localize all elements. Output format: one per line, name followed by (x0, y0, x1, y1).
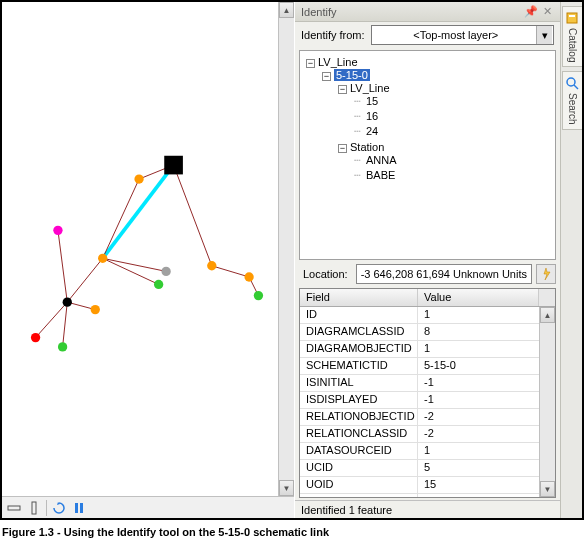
collapse-icon[interactable]: − (338, 85, 347, 94)
table-row[interactable]: UCID5 (300, 460, 539, 477)
schematic-node[interactable] (207, 261, 216, 270)
schematic-link[interactable] (174, 165, 212, 266)
search-icon (565, 76, 579, 90)
chevron-down-icon[interactable]: ▾ (536, 26, 552, 44)
cell-value: -1 (418, 392, 539, 408)
schematic-node[interactable] (154, 280, 163, 289)
scroll-up-button[interactable]: ▲ (540, 307, 555, 323)
refresh-button[interactable] (51, 500, 67, 516)
table-row[interactable]: DATASOURCEID1 (300, 443, 539, 460)
identify-from-row: Identify from: <Top-most layer> ▾ (295, 22, 560, 48)
tree-leaf[interactable]: ┄15 (354, 94, 551, 109)
tree-node-selected[interactable]: −5-15-0 −LV_Line ┄15┄16┄24 −Station ┄ANN… (322, 68, 551, 185)
schematic-node[interactable] (254, 291, 263, 300)
cell-value: -1 (418, 375, 539, 391)
grid-header: Field Value (300, 289, 555, 307)
flash-feature-button[interactable] (536, 264, 556, 284)
map-pane: ▲ ▼ (2, 2, 294, 518)
tab-catalog[interactable]: Catalog (562, 6, 582, 67)
svg-rect-4 (567, 13, 577, 23)
identify-panel: Identify 📌 ✕ Identify from: <Top-most la… (294, 2, 560, 518)
svg-point-6 (567, 78, 575, 86)
schematic-node[interactable] (91, 305, 100, 314)
table-row[interactable]: USID0 (300, 494, 539, 497)
collapse-icon[interactable]: − (322, 72, 331, 81)
table-row[interactable]: ISDISPLAYED-1 (300, 392, 539, 409)
tree-node-root[interactable]: −LV_Line −5-15-0 −LV_Line ┄15┄16┄24 −Sta… (306, 55, 551, 186)
schematic-node[interactable] (63, 297, 72, 306)
column-header-field[interactable]: Field (300, 289, 418, 306)
schematic-link[interactable] (67, 258, 102, 302)
cell-field: RELATIONCLASSID (300, 426, 418, 442)
cell-value: 15 (418, 477, 539, 493)
tree-leaf[interactable]: ┄16 (354, 109, 551, 124)
identify-tree[interactable]: −LV_Line −5-15-0 −LV_Line ┄15┄16┄24 −Sta… (299, 50, 556, 260)
scroll-down-button[interactable]: ▼ (540, 481, 555, 497)
location-label: Location: (299, 266, 352, 282)
scroll-track[interactable] (540, 323, 555, 481)
collapse-icon[interactable]: − (338, 144, 347, 153)
schematic-node-selected[interactable] (164, 156, 183, 175)
grid-scrollbar-vertical[interactable]: ▲ ▼ (539, 307, 555, 497)
schematic-node[interactable] (98, 254, 107, 263)
tree-node-group[interactable]: −Station ┄ANNA┄BABE (338, 140, 551, 184)
table-row[interactable]: DIAGRAMCLASSID8 (300, 324, 539, 341)
schematic-link[interactable] (103, 258, 166, 271)
location-value[interactable]: -3 646,208 61,694 Unknown Units (356, 264, 532, 284)
close-icon[interactable]: ✕ (540, 5, 554, 19)
cell-field: UOID (300, 477, 418, 493)
table-row[interactable]: RELATIONCLASSID-2 (300, 426, 539, 443)
table-row[interactable]: RELATIONOBJECTID-2 (300, 409, 539, 426)
pin-icon[interactable]: 📌 (524, 5, 538, 19)
schematic-link[interactable] (212, 266, 249, 277)
cell-field: DIAGRAMOBJECTID (300, 341, 418, 357)
map-toolbar (2, 496, 294, 518)
schematic-canvas[interactable] (2, 2, 278, 496)
cell-value: -2 (418, 426, 539, 442)
tree-node-group[interactable]: −LV_Line ┄15┄16┄24 (338, 81, 551, 140)
schematic-link[interactable] (58, 230, 67, 302)
layout-vertical-button[interactable] (26, 500, 42, 516)
table-row[interactable]: DIAGRAMOBJECTID1 (300, 341, 539, 358)
cell-value: 1 (418, 341, 539, 357)
schematic-node[interactable] (161, 267, 170, 276)
cell-value: 5 (418, 460, 539, 476)
scroll-track[interactable] (279, 18, 294, 480)
pause-button[interactable] (71, 500, 87, 516)
identify-status: Identified 1 feature (295, 500, 560, 518)
location-row: Location: -3 646,208 61,694 Unknown Unit… (295, 262, 560, 286)
identify-from-label: Identify from: (301, 29, 365, 41)
cell-field: ISDISPLAYED (300, 392, 418, 408)
cell-value: 1 (418, 443, 539, 459)
map-scrollbar-vertical[interactable]: ▲ ▼ (278, 2, 294, 496)
table-row[interactable]: UOID15 (300, 477, 539, 494)
layout-horizontal-button[interactable] (6, 500, 22, 516)
tree-leaf[interactable]: ┄ANNA (354, 153, 551, 168)
table-row[interactable]: ID1 (300, 307, 539, 324)
schematic-link[interactable] (36, 302, 68, 337)
schematic-node[interactable] (134, 174, 143, 183)
scroll-down-button[interactable]: ▼ (279, 480, 294, 496)
tree-leaf[interactable]: ┄24 (354, 124, 551, 139)
column-header-value[interactable]: Value (418, 289, 539, 306)
identify-from-combo[interactable]: <Top-most layer> ▾ (371, 25, 554, 45)
schematic-node[interactable] (58, 342, 67, 351)
cell-field: SCHEMATICTID (300, 358, 418, 374)
attribute-grid: Field Value ID1DIAGRAMCLASSID8DIAGRAMOBJ… (299, 288, 556, 498)
cell-value: 5-15-0 (418, 358, 539, 374)
dock-tabs: Catalog Search (560, 2, 582, 518)
schematic-link[interactable] (103, 258, 159, 284)
schematic-link[interactable] (63, 302, 68, 347)
table-row[interactable]: ISINITIAL-1 (300, 375, 539, 392)
catalog-icon (565, 11, 579, 25)
collapse-icon[interactable]: − (306, 59, 315, 68)
schematic-node[interactable] (31, 333, 40, 342)
identify-title-bar: Identify 📌 ✕ (295, 2, 560, 22)
schematic-node[interactable] (53, 226, 62, 235)
cell-field: DIAGRAMCLASSID (300, 324, 418, 340)
tree-leaf[interactable]: ┄BABE (354, 168, 551, 183)
scroll-up-button[interactable]: ▲ (279, 2, 294, 18)
schematic-node[interactable] (244, 272, 253, 281)
table-row[interactable]: SCHEMATICTID5-15-0 (300, 358, 539, 375)
tab-search[interactable]: Search (562, 71, 582, 130)
